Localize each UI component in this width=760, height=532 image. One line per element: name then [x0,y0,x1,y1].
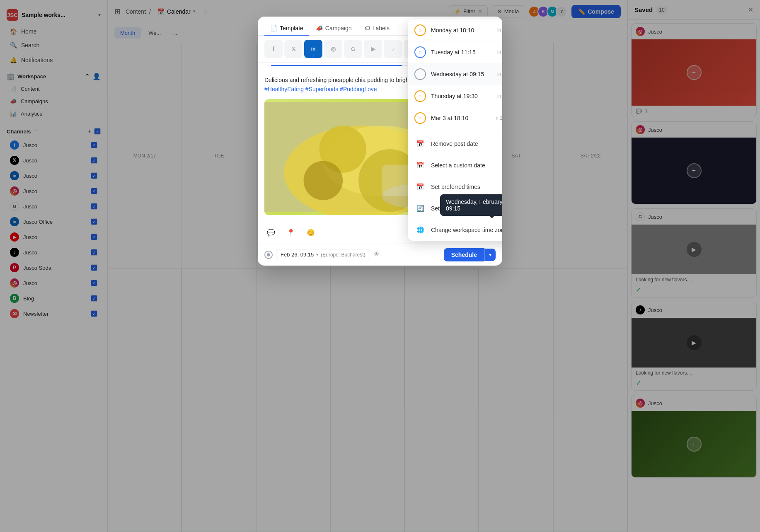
template-label: Template [280,25,303,31]
date-option-monday[interactable]: ○ Monday at 18:10 in 3 days [408,19,502,41]
post-hashtags[interactable]: #HealthyEating #Superfoods #PuddingLove [264,86,377,92]
tab-template[interactable]: 📄 Template [264,22,309,36]
tab-labels[interactable]: 🏷 Labels [358,22,395,36]
remove-date-label: Remove post date [431,140,478,147]
platform-btn-linkedin[interactable]: in [304,40,322,58]
schedule-date-text: Feb 26, 09:15 [281,251,314,258]
recurring-icon: 🔄 [414,203,426,214]
platform-selected-indicator [312,55,315,57]
schedule-date-chevron-icon: ▾ [316,252,318,257]
labels-label: Labels [373,25,390,31]
progress-fill [271,65,402,66]
date-option-mar3-relative: in 10 days [494,115,502,121]
emoji-action-button[interactable]: 😊 [304,226,317,239]
preferred-times-label: Set preferred times [431,184,480,190]
timezone-label: Change workspace time zone [431,227,502,233]
platform-btn-youtube[interactable]: ▶ [364,40,382,58]
date-tooltip: Wednesday, February 26th 2025, at09:15 [440,194,502,216]
campaign-label: Campaign [325,25,352,31]
schedule-button[interactable]: Schedule [444,248,484,261]
modal-schedule-bar: Feb 26, 09:15 ▾ (Europe: Bucharest) 👁 Sc… [258,244,502,266]
platform-btn-instagram[interactable]: ◎ [324,40,342,58]
comment-icon: 💬 [267,229,275,237]
post-modal: 📄 Template 📣 Campaign 🏷 Labels ✕ f 𝕏 in … [258,17,502,266]
date-option-monday-relative: in 3 days [497,27,502,33]
date-option-thursday[interactable]: ○ Thursday at 19:30 in 6 days [408,85,502,107]
date-option-mar3[interactable]: ○ Mar 3 at 18:10 in 10 days [408,107,502,129]
timezone-icon: 🌐 [414,224,426,236]
date-option-monday-icon: ○ [414,24,426,36]
date-action-remove[interactable]: 📅 Remove post date [408,133,502,155]
custom-date-icon: 📅 [414,160,426,171]
remove-date-icon: 📅 [414,138,426,150]
date-option-mar3-label: Mar 3 at 18:10 [431,115,489,121]
platform-btn-facebook[interactable]: f [264,40,283,58]
date-action-custom[interactable]: 📅 Select a custom date [408,155,502,176]
visibility-toggle-icon[interactable]: 👁 [373,251,380,259]
date-option-tuesday[interactable]: ○ Tuesday at 11:15 in 4 days [408,41,502,63]
date-option-mar3-icon: ○ [414,112,426,124]
date-option-monday-label: Monday at 18:10 [431,27,492,34]
tooltip-text: Wednesday, February 26th 2025, at09:15 [446,198,502,212]
tab-campaign[interactable]: 📣 Campaign [310,22,358,36]
date-dropdown-divider [408,131,502,131]
date-option-thursday-label: Thursday at 19:30 [431,93,492,99]
schedule-date-button[interactable]: Feb 26, 09:15 ▾ (Europe: Bucharest) [276,249,370,260]
modal-overlay[interactable]: 📄 Template 📣 Campaign 🏷 Labels ✕ f 𝕏 in … [0,0,760,532]
date-option-tuesday-label: Tuesday at 11:15 [431,49,492,56]
date-option-tuesday-icon: ○ [414,46,426,58]
date-action-timezone[interactable]: 🌐 Change workspace time zone [408,219,502,241]
schedule-dropdown-button[interactable]: ▾ [484,249,496,261]
location-action-button[interactable]: 📍 [284,226,298,239]
custom-date-label: Select a custom date [431,162,485,169]
campaign-icon: 📣 [316,25,323,31]
schedule-status-dot [267,253,270,256]
date-option-wednesday-icon: − [414,68,426,80]
preferred-times-icon: 📅 [414,181,426,193]
comment-action-button[interactable]: 💬 [264,226,278,239]
date-option-thursday-relative: in 6 days [497,93,502,99]
date-option-wednesday-label: Wednesday at 09:15 [431,71,492,77]
schedule-status-icon [264,251,273,259]
date-option-wednesday-relative: in 5 days [497,71,502,77]
labels-icon: 🏷 [364,25,370,31]
schedule-actions: Schedule ▾ [444,248,496,261]
date-option-tuesday-relative: in 4 days [497,49,502,55]
emoji-icon: 😊 [307,229,315,237]
platform-btn-twitter[interactable]: 𝕏 [284,40,303,58]
date-option-wednesday[interactable]: − Wednesday at 09:15 in 5 days [408,63,502,85]
svg-point-5 [304,161,343,200]
date-option-thursday-icon: ○ [414,90,426,102]
location-icon: 📍 [287,229,295,237]
platform-btn-google[interactable]: G [344,40,362,58]
platform-btn-tiktok[interactable]: ♪ [384,40,402,58]
template-icon: 📄 [270,25,277,31]
schedule-timezone: (Europe: Bucharest) [321,252,365,258]
